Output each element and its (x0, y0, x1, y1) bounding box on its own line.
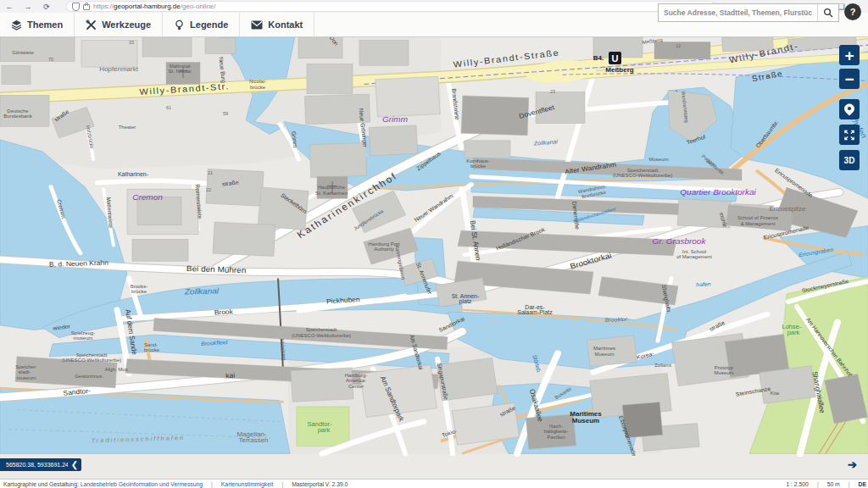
back-icon[interactable]: ← (0, 3, 19, 11)
map-label: 23 (550, 90, 555, 95)
search-icon (823, 8, 833, 18)
menu-item-label: Legende (190, 19, 228, 30)
map-label: Cremon (132, 192, 163, 202)
map-label: Brooktor- (604, 316, 630, 323)
map-label: Afgh. Mus. (105, 368, 130, 373)
footer-separator: | (211, 481, 213, 487)
search-input[interactable] (659, 8, 817, 17)
map-label: brücke (131, 289, 147, 294)
map-label: 70 (48, 57, 53, 62)
map-label: Maritimes (570, 410, 601, 418)
map-label: 33 (129, 40, 134, 45)
map-label: (UNESCO-Weltkulturerbe) (62, 358, 121, 363)
map-label: haltigkeits- (544, 430, 569, 435)
map-label: hafen (696, 281, 711, 288)
map-label: Zollkanal (184, 286, 220, 297)
map-viewport[interactable]: GörtwieteHopfenmarktMahnmalSt. NikolaiWi… (0, 36, 868, 479)
scale-label: 1 : 2.500 (786, 481, 808, 487)
map-label: Speicherstadt (306, 328, 337, 333)
reload-icon[interactable]: ⟳ (37, 3, 56, 11)
forward-icon[interactable]: → (19, 3, 37, 11)
map-label: Salaam-Platz (517, 309, 553, 315)
map-label: Maritimes (593, 347, 615, 352)
fullscreen-button[interactable] (839, 125, 860, 145)
menu-item-legende[interactable]: Legende (163, 13, 240, 36)
menu-item-label: Werkzeuge (102, 19, 151, 30)
bulb-icon (174, 19, 185, 30)
version-label: Masterportal V. 2.39.0 (292, 481, 348, 487)
attribution-label: Kartographie und Gestaltung: (3, 481, 79, 487)
map-label: Görtwiete (12, 50, 34, 55)
map-label: Sand- (144, 342, 158, 347)
shield-icon[interactable] (72, 3, 80, 11)
map-label: Brooks- (131, 284, 148, 289)
report-link[interactable]: Kartenunstimmigkeit (221, 481, 274, 487)
map-label: Nach- (549, 424, 563, 429)
map-label: park (787, 329, 800, 336)
map-label: & Management (741, 221, 776, 226)
map-label: museum (17, 375, 36, 380)
map-label: Zollamt (654, 363, 671, 368)
zoom-out-button[interactable]: − (839, 69, 860, 89)
map-label: stadt- (19, 369, 31, 374)
locate-button[interactable] (839, 99, 860, 119)
map-label: 59 (223, 112, 228, 117)
menu-item-label: Kontakt (268, 19, 303, 30)
map-label: Meßberg (605, 66, 634, 74)
screen: ← → ⟳ https://geoportal-hamburg.de/geo-o… (0, 0, 868, 488)
map-label: Museum (595, 352, 615, 357)
panel-arrow-button[interactable]: ➔ (848, 458, 857, 471)
footer-separator: | (849, 481, 850, 487)
menu-item-kontakt[interactable]: Kontakt (240, 13, 314, 36)
location-pin-icon (844, 103, 854, 116)
footer-scale: 1 : 2.500 | 50 m | DE (786, 481, 866, 487)
map-label: Mahnmal (170, 64, 191, 69)
3d-button[interactable]: 3D (839, 150, 860, 170)
map-label: Katharinen- (118, 172, 148, 178)
map-label: brücke (250, 85, 265, 90)
map-label: School of Finance (737, 215, 778, 220)
map-label: Center (348, 384, 364, 389)
map-label: Kornhaus- (466, 158, 490, 164)
map-label: Pavillon (548, 435, 565, 440)
scale-bar-label: 50 m (827, 481, 840, 487)
map-canvas[interactable]: GörtwieteHopfenmarktMahnmalSt. NikolaiWi… (0, 36, 868, 479)
map-label: brücke (144, 348, 159, 353)
map-label: Spielzeug- (71, 330, 95, 336)
map-label: Hauptkirche (318, 185, 345, 190)
map-label: Speicherstadt (627, 168, 659, 173)
map-label: platz (459, 298, 472, 305)
lock-icon (83, 4, 90, 10)
map-label: Bundesbank (3, 114, 31, 119)
search-button[interactable] (817, 4, 838, 21)
map-label: Hopfenmarkt (99, 65, 139, 73)
map-label: (UNESCO-Weltkulturerbe) (613, 174, 672, 179)
footer-attribution: Kartographie und Gestaltung: Landesbetri… (3, 481, 348, 487)
map-label: Terrassen (238, 437, 268, 445)
map-label: 22 (206, 187, 211, 192)
map-label: Nicolai- (249, 80, 266, 85)
map-label: kai (225, 372, 236, 380)
url-bar[interactable]: https://geoportal-hamburg.de/geo-online/… (66, 1, 715, 12)
map-label: Gr. Grasbrook (653, 236, 707, 246)
attribution-link[interactable]: Landesbetrieb Geoinformation und Vermess… (81, 481, 203, 487)
map-label: Museum (649, 157, 669, 162)
layers-icon (11, 19, 22, 30)
menu-item-label: Themen (27, 19, 63, 30)
mouse-coordinates: 565820.38, 5933691.24 (0, 458, 75, 471)
map-label: museum (74, 336, 93, 341)
footer-bar: Kartographie und Gestaltung: Landesbetri… (0, 479, 868, 488)
language-button[interactable]: DE (859, 481, 866, 487)
footer-separator: | (281, 481, 283, 487)
menu-item-themen[interactable]: Themen (0, 13, 75, 36)
menu-item-werkzeuge[interactable]: Werkzeuge (75, 13, 163, 36)
ubahn-station-icon: U (609, 52, 621, 64)
map-label: Grimm (382, 114, 408, 124)
map-label: (UNESCO-Weltkulturerbe) (292, 333, 351, 338)
coordinates-collapse-button[interactable]: ❮ (68, 458, 81, 471)
map-label: Theater (119, 125, 136, 130)
map-label: Quartier Brooktorkai (680, 187, 756, 197)
help-button[interactable]: ? (844, 3, 861, 20)
map-label: 61 (166, 105, 171, 110)
zoom-in-button[interactable]: + (839, 45, 860, 65)
